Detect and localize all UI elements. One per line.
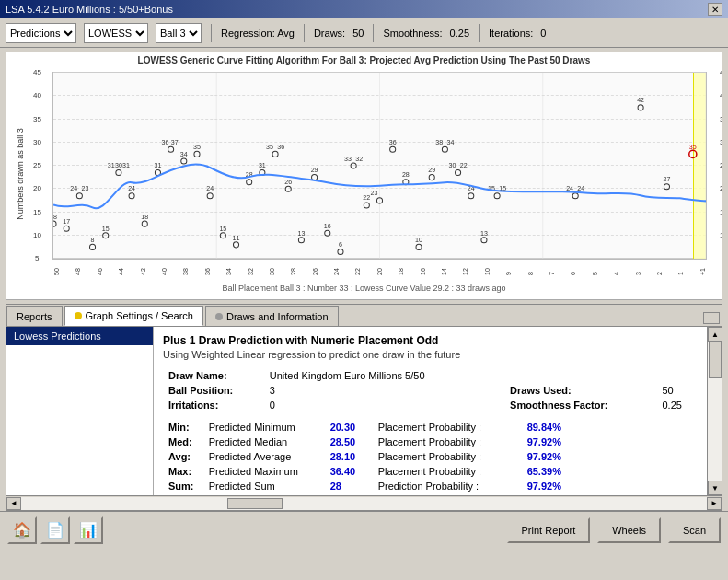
svg-text:35: 35 [689,144,697,151]
svg-point-42 [272,151,278,157]
draw-name-value: United Kingdom Euro Millions 5/50 [266,369,490,382]
svg-text:22: 22 [363,194,370,202]
report-predictions-table: Min: Predicted Minimum 20.30 Placement P… [163,419,698,495]
min-prob-value: 89.84% [527,422,561,433]
svg-text:23: 23 [81,185,88,192]
tab-draws-info[interactable]: Draws and Information [205,306,339,326]
reports-left-panel: Lowess Predictions [6,327,154,495]
svg-point-53 [338,249,343,254]
min-label: Min: [168,422,190,433]
svg-text:24: 24 [70,185,77,192]
svg-point-25 [168,146,174,152]
save-button[interactable]: 📄 [40,516,70,544]
svg-text:16: 16 [324,223,331,230]
tab-graph-icon [75,312,82,319]
scroll-down-button[interactable]: ▼ [708,481,722,495]
max-label: Max: [168,466,191,477]
svg-text:18: 18 [50,214,57,221]
svg-point-30 [194,151,200,157]
svg-text:17: 17 [63,218,70,226]
chart-button[interactable]: 📊 [74,516,103,544]
irritations-value: 0 [266,399,490,412]
svg-text:23: 23 [370,190,377,197]
svg-text:11: 11 [233,235,240,242]
med-value: 28.50 [330,436,356,447]
svg-point-51 [325,230,330,236]
title-bar: LSA 5.4.2 Euro Millions : 5/50+Bonus ✕ [0,0,728,18]
report-subtitle: Using Weighted Linear regression to pred… [163,349,698,360]
scroll-right-button[interactable]: ► [707,497,722,510]
svg-text:30: 30 [115,162,122,169]
svg-text:31: 31 [122,162,130,169]
svg-text:35: 35 [266,144,273,151]
svg-text:30: 30 [449,162,456,169]
min-prob-label: Placement Probability : [378,422,482,433]
tab-graph-settings[interactable]: Graph Settings / Search [64,306,203,326]
svg-text:26: 26 [284,179,292,186]
svg-text:38: 38 [435,139,443,146]
scroll-up-button[interactable]: ▲ [708,327,722,342]
reports-content: Lowess Predictions Plus 1 Draw Predictio… [6,327,722,495]
med-desc: Predicted Median [209,436,288,447]
scroll-h-thumb[interactable] [227,498,283,509]
svg-text:31: 31 [108,162,115,169]
svg-text:35: 35 [193,144,201,151]
min-value: 20.30 [330,422,356,433]
bottom-right-buttons: Print Report Wheels Scan [507,517,721,543]
med-prob-value: 97.92% [527,436,561,447]
algorithm-select[interactable]: LOWESS [84,23,148,43]
draw-name-row: Draw Name: United Kingdom Euro Millions … [165,369,696,382]
svg-point-38 [247,180,252,185]
max-value: 36.40 [330,466,356,477]
svg-point-78 [481,238,487,243]
svg-text:37: 37 [171,139,179,146]
draws-used-value: 50 [658,384,696,397]
report-info-table: Draw Name: United Kingdom Euro Millions … [163,367,698,413]
reports-right-panel: Plus 1 Draw Prediction with Numeric Plac… [154,327,707,495]
scan-button[interactable]: Scan [668,517,721,543]
print-report-button[interactable]: Print Report [507,517,591,543]
chart-svg: 18 17 24 23 8 15 [53,73,706,259]
svg-point-86 [638,105,643,110]
tab-reports[interactable]: Reports [6,306,63,326]
svg-text:24: 24 [128,185,135,192]
window-title: LSA 5.4.2 Euro Millions : 5/50+Bonus [6,4,173,15]
svg-point-21 [142,221,147,226]
toolbar: Predictions LOWESS Ball 3 Regression: Av… [0,18,728,48]
smoothness-factor-label: Smoothness Factor: [491,399,656,412]
svg-text:13: 13 [480,230,488,238]
svg-text:36: 36 [162,139,169,146]
draw-name-label: Draw Name: [165,369,264,382]
iterations-label: Iterations: [489,28,533,39]
mode-select[interactable]: Predictions [6,23,76,43]
svg-point-55 [351,163,356,168]
home-button[interactable]: 🏠 [7,516,37,544]
svg-text:8: 8 [91,237,95,244]
svg-text:15: 15 [219,226,226,233]
max-desc: Predicted Maximum [209,466,298,477]
range-row: Range 20 to 36 Predicted next draws Ball… [165,494,696,495]
lowess-predictions-item[interactable]: Lowess Predictions [6,327,153,345]
svg-point-28 [181,158,187,164]
smoothness-value: 0.25 [450,28,469,39]
scroll-thumb[interactable] [709,342,722,378]
svg-text:32: 32 [355,156,363,163]
svg-text:15: 15 [102,226,110,233]
chart-area: LOWESS Generic Curve Fitting Algorithm F… [6,52,722,300]
irritations-label: Irritations: [165,399,264,412]
avg-prob-label: Placement Probability : [378,451,482,462]
svg-text:31: 31 [259,162,266,169]
ball-select[interactable]: Ball 3 [156,23,202,43]
right-scrollbar[interactable]: ▲ ▼ [707,327,722,495]
tab-reports-label: Reports [17,311,52,322]
tab-graph-label: Graph Settings / Search [86,310,193,321]
svg-point-45 [285,186,291,191]
chart-subtitle: Ball Placement Ball 3 : Number 33 : Lowe… [6,284,722,295]
wheels-button[interactable]: Wheels [597,517,661,543]
tab-minimize[interactable]: — [701,310,722,326]
toolbar-separator-2 [304,24,305,42]
svg-point-6 [64,226,69,231]
scroll-left-button[interactable]: ◄ [6,497,21,510]
close-button[interactable]: ✕ [708,3,722,16]
svg-point-13 [103,233,109,238]
